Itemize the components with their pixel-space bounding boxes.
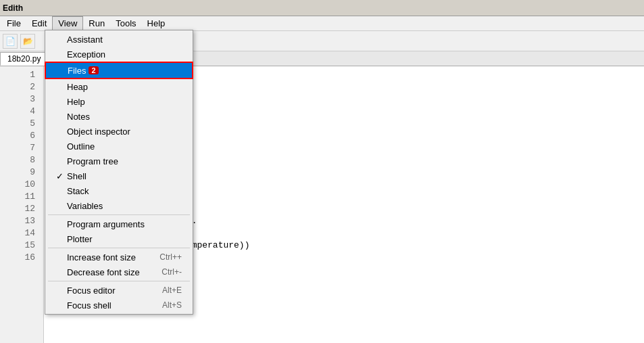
toolbar-open[interactable]: 📂 xyxy=(20,34,35,49)
line-number: 8 xyxy=(3,154,41,166)
dropdown-item-heap[interactable]: Heap xyxy=(45,79,193,94)
line-number: 15 xyxy=(3,239,41,252)
line-number: 9 xyxy=(3,166,41,179)
line-number: 7 xyxy=(3,142,41,154)
line-number: 1 xyxy=(3,69,41,81)
line-number: 12 xyxy=(3,203,41,215)
dropdown-separator xyxy=(48,281,190,281)
line-number: 14 xyxy=(3,227,41,239)
line-number: 5 xyxy=(3,118,41,130)
line-number: 10 xyxy=(3,179,41,191)
line-number: 2 xyxy=(3,81,41,93)
dropdown-item-label: Help xyxy=(67,97,85,107)
line-number: 13 xyxy=(3,215,41,227)
dropdown-item-label: Variables xyxy=(67,201,103,211)
dropdown-item-help[interactable]: Help xyxy=(45,94,193,109)
menu-bar: File Edit View Run Tools Help xyxy=(0,16,644,31)
files-badge: 2 xyxy=(89,66,98,74)
dropdown-item-plotter[interactable]: Plotter xyxy=(45,231,193,246)
dropdown-item-focus-editor[interactable]: Focus editorAlt+E xyxy=(45,283,193,298)
dropdown-item-notes[interactable]: Notes xyxy=(45,109,193,124)
dropdown-item-label: Increase font size xyxy=(67,252,136,262)
menu-help[interactable]: Help xyxy=(142,16,171,31)
dropdown-item-label: Outline xyxy=(67,141,95,152)
dropdown-item-label: Assistant xyxy=(67,35,103,45)
files-highlight-border: Files2 xyxy=(45,62,193,79)
dropdown-item-files[interactable]: Files2 xyxy=(46,63,192,78)
dropdown-item-program-arguments[interactable]: Program arguments xyxy=(45,216,193,231)
title-bar: Edith xyxy=(0,0,644,16)
tab-file[interactable]: 18b20.py xyxy=(0,52,48,66)
dropdown-item-shell[interactable]: ✓Shell xyxy=(45,168,193,183)
title-text: Edith xyxy=(3,3,23,13)
dropdown-item-label: Focus editor xyxy=(67,285,116,296)
dropdown-item-label: Object inspector xyxy=(67,127,130,137)
menu-view[interactable]: View xyxy=(52,16,83,31)
view-dropdown-menu: AssistantExceptionFiles2HeapHelpNotesObj… xyxy=(45,30,193,315)
line-number: 4 xyxy=(3,106,41,118)
dropdown-item-label: Heap xyxy=(67,82,88,92)
dropdown-separator xyxy=(48,214,190,215)
line-numbers: 12345678910111213141516 xyxy=(0,66,44,343)
menu-edit[interactable]: Edit xyxy=(26,16,52,31)
menu-run[interactable]: Run xyxy=(83,16,110,31)
line-number: 6 xyxy=(3,130,41,142)
line-number: 11 xyxy=(3,191,41,203)
dropdown-separator xyxy=(48,248,190,248)
shortcut: Ctrl+- xyxy=(162,267,182,277)
dropdown-item-assistant[interactable]: Assistant xyxy=(45,32,193,47)
dropdown-item-variables[interactable]: Variables xyxy=(45,198,193,213)
dropdown-item-decrease-font[interactable]: Decrease font sizeCtrl+- xyxy=(45,265,193,279)
menu-file[interactable]: File xyxy=(1,16,26,31)
line-number: 3 xyxy=(3,93,41,106)
dropdown-item-exception[interactable]: Exception xyxy=(45,47,193,62)
check-mark: ✓ xyxy=(56,171,67,181)
dropdown-item-outline[interactable]: Outline xyxy=(45,139,193,154)
dropdown-item-label: Files xyxy=(68,66,86,76)
line-number: 16 xyxy=(3,252,41,264)
dropdown-item-label: Notes xyxy=(67,112,90,122)
dropdown-item-increase-font[interactable]: Increase font sizeCtrl++ xyxy=(45,250,193,265)
dropdown-item-label: Program tree xyxy=(67,156,118,166)
shortcut: Ctrl++ xyxy=(159,252,182,262)
toolbar-new[interactable]: 📄 xyxy=(3,34,18,49)
dropdown-item-stack[interactable]: Stack xyxy=(45,183,193,198)
dropdown-item-label: Focus shell xyxy=(67,300,112,311)
dropdown-item-label: Program arguments xyxy=(67,219,145,229)
menu-tools[interactable]: Tools xyxy=(110,16,141,31)
dropdown-item-object-inspector[interactable]: Object inspector xyxy=(45,124,193,139)
dropdown-item-label: Exception xyxy=(67,49,105,60)
dropdown-item-label: Decrease font size xyxy=(67,267,140,277)
dropdown-item-program-tree[interactable]: Program tree xyxy=(45,154,193,168)
dropdown-item-label: Stack xyxy=(67,186,89,196)
dropdown-item-label: Shell xyxy=(67,171,86,181)
dropdown-item-focus-shell[interactable]: Focus shellAlt+S xyxy=(45,298,193,313)
shortcut: Alt+E xyxy=(162,285,182,295)
dropdown-item-label: Plotter xyxy=(67,234,93,244)
shortcut: Alt+S xyxy=(162,300,182,310)
